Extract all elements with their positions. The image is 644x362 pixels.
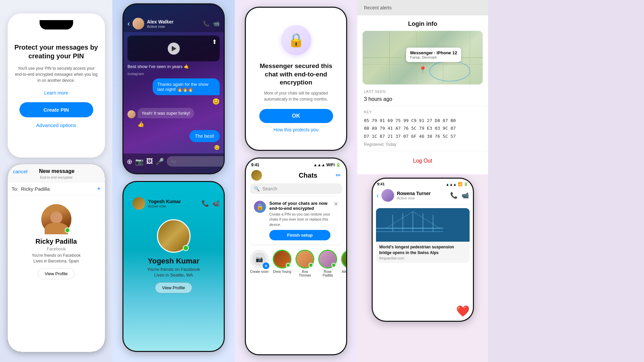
yogesh-active-status: Active now <box>148 204 202 208</box>
rowena-name-column: Rowena Turner Active now <box>397 191 450 200</box>
chat-area-bottom: ❤️ <box>373 266 473 321</box>
chats-header: Chats ✏ <box>246 169 346 183</box>
e2e-ok-button[interactable]: OK <box>259 109 333 123</box>
profile-name: Ricky Padilla <box>36 238 77 245</box>
chat-input-bar: ⊕ 📷 🖼 🎤 ☺ 👋 <box>123 154 224 173</box>
yogesh-phone-icon[interactable]: 📞 <box>202 200 209 207</box>
yogesh-view-profile-button[interactable]: View Profile <box>155 282 192 293</box>
message-bubble-received: Yeah! It was super funky! <box>138 108 194 118</box>
rowena-status-indicators: ▲▲▲ 📶 🔋 <box>446 182 468 186</box>
rowena-phone-icon[interactable]: 📞 <box>450 192 458 199</box>
profile-source: Facebook <box>47 246 66 251</box>
story-item-ana[interactable]: Ana Thomas <box>296 250 314 277</box>
news-image <box>376 208 470 242</box>
emoji-reaction: 😊 <box>212 98 220 105</box>
search-icon: 🔍 <box>254 186 260 191</box>
mic-button[interactable]: 🎤 <box>156 158 164 166</box>
create-room-item[interactable]: 📷 + Create room <box>250 250 269 277</box>
avatar-container <box>41 204 71 234</box>
create-pin-button[interactable]: Create PIN <box>19 102 93 117</box>
learn-more-link[interactable]: Learn more <box>44 90 68 96</box>
phone-chats-inner: 9:41 ▲▲▲ WiFi 🔋 Chats ✏ 🔍 Search 🔒 <box>246 159 346 354</box>
chat-messages: ⬆ Best show I've seen in years 🤙 Instagr… <box>123 32 224 154</box>
play-button[interactable] <box>168 43 180 55</box>
rowena-wifi: 📶 <box>458 182 463 186</box>
phone-icon[interactable]: 📞 <box>203 20 210 27</box>
logout-button[interactable]: Log Out <box>413 158 432 164</box>
search-placeholder: Search <box>262 186 277 191</box>
story-item-drew[interactable]: Drew Young <box>273 250 291 277</box>
phone-yogesh-inner: ‹ Yogesh Kumar Active now 📞 📹 Yogesh Kum… <box>123 182 224 351</box>
finish-setup-button[interactable]: Finish setup <box>269 230 330 240</box>
yogesh-friends-text: You're friends on Facebook <box>147 267 200 272</box>
rowena-content: World's longest pedestrian suspension br… <box>373 205 473 321</box>
how-protects-link[interactable]: How this protects you <box>274 127 319 132</box>
map-section: Messenger · iPhone 12 Farsø, Denmark 📍 <box>363 31 483 84</box>
rose-label: Rose Padilla <box>318 270 337 277</box>
search-bar[interactable]: 🔍 Search <box>250 183 342 194</box>
yogesh-video-icon[interactable]: 📹 <box>212 200 220 207</box>
chat-active-status: Active now <box>147 24 203 28</box>
gallery-button[interactable]: 🖼 <box>146 158 153 165</box>
pin-title: Protect your messages by creating your P… <box>14 43 98 60</box>
message-input[interactable] <box>167 156 224 167</box>
back-button-yogesh[interactable]: ‹ <box>127 199 130 208</box>
advanced-options-link[interactable]: Advanced options <box>36 122 76 128</box>
video-icon[interactable]: 📹 <box>213 20 220 27</box>
edit-button[interactable]: ✏ <box>336 172 341 179</box>
rose-circle <box>318 250 337 268</box>
bridge-svg <box>376 208 470 242</box>
phone-e2e-inner: 🔒 Messenger secured this chat with end-t… <box>246 8 346 150</box>
signal-icon: ▲▲▲ <box>313 163 325 167</box>
add-button[interactable]: + <box>97 185 101 193</box>
rowena-video-icon[interactable]: 📹 <box>462 192 469 199</box>
rowena-header: ‹ Rowena Turner Active now 📞 📹 <box>373 188 473 205</box>
close-banner-button[interactable]: ✕ <box>334 201 338 207</box>
rowena-back-button[interactable]: ‹ <box>377 192 379 199</box>
status-time: 9:41 <box>251 163 259 167</box>
rose-online <box>331 263 336 267</box>
play-triangle <box>172 46 176 51</box>
key-row-3: D7 1C 87 21 37 07 6F 46 38 76 5C 57 <box>364 132 481 140</box>
view-profile-button[interactable]: View Profile <box>38 268 74 279</box>
yogesh-profile-section: Yogesh Kumar You're friends on Facebook … <box>123 213 224 298</box>
emoji-reaction-2: 😊 <box>214 145 220 150</box>
lock-icon: 🔒 <box>288 32 305 48</box>
cancel-button[interactable]: cancel <box>13 169 28 174</box>
recipient-input[interactable]: Ricky Padilla <box>21 186 97 192</box>
logout-section: Log Out <box>357 151 488 171</box>
message-bubble-sent-2: The best! <box>190 130 220 142</box>
drew-circle <box>273 250 291 268</box>
news-title: World's longest pedestrian suspension br… <box>379 244 466 256</box>
news-caption: World's longest pedestrian suspension br… <box>376 242 470 263</box>
thumb-emoji: 👍 <box>138 121 220 127</box>
e2e-icon-wrap: 🔒 <box>281 25 311 55</box>
phone-rowena: 9:41 ▲▲▲ 📶 🔋 ‹ Rowena Turner Active now <box>372 178 474 322</box>
heart-icon: ❤️ <box>456 305 470 317</box>
phone-pin: Protect your messages by creating your P… <box>8 13 105 158</box>
phone-yogesh: ‹ Yogesh Kumar Active now 📞 📹 Yogesh Kum… <box>122 181 225 352</box>
wifi-icon: WiFi <box>326 163 335 167</box>
share-icon[interactable]: ⬆ <box>212 38 217 46</box>
camera-button[interactable]: 📷 <box>135 158 144 166</box>
story-item-alex[interactable]: Alex Walk... <box>341 250 346 277</box>
add-media-button[interactable]: ⊕ <box>127 158 132 166</box>
phone-e2e: 🔒 Messenger secured this chat with end-t… <box>245 7 347 151</box>
rowena-signal: ▲▲▲ <box>446 182 457 186</box>
map-background: Messenger · iPhone 12 Farsø, Denmark 📍 <box>363 31 483 84</box>
battery-icon: 🔋 <box>336 163 341 167</box>
rowena-status-bar: 9:41 ▲▲▲ 📶 🔋 <box>373 179 473 188</box>
banner-desc: Create a PIN so you can restore your cha… <box>269 212 330 227</box>
back-button[interactable]: ‹ <box>127 19 130 28</box>
yogesh-avatar-wrap <box>157 219 191 253</box>
new-message-title: New message <box>39 168 74 174</box>
yogesh-online-indicator <box>183 245 189 251</box>
sender-avatar-small <box>127 110 136 118</box>
create-room-circle: 📷 + <box>250 250 269 268</box>
rowena-active-status: Active now <box>397 196 450 200</box>
story-item-rose[interactable]: Rose Padilla <box>318 250 337 277</box>
chat-name-column: Alex Walker Active now <box>147 19 203 28</box>
alex-avatar <box>342 251 346 267</box>
panel-login-info: Recent alerts Login info Messenger · iPh… <box>357 0 488 362</box>
new-message-header: cancel New message End-to-end encrypted <box>8 164 105 182</box>
